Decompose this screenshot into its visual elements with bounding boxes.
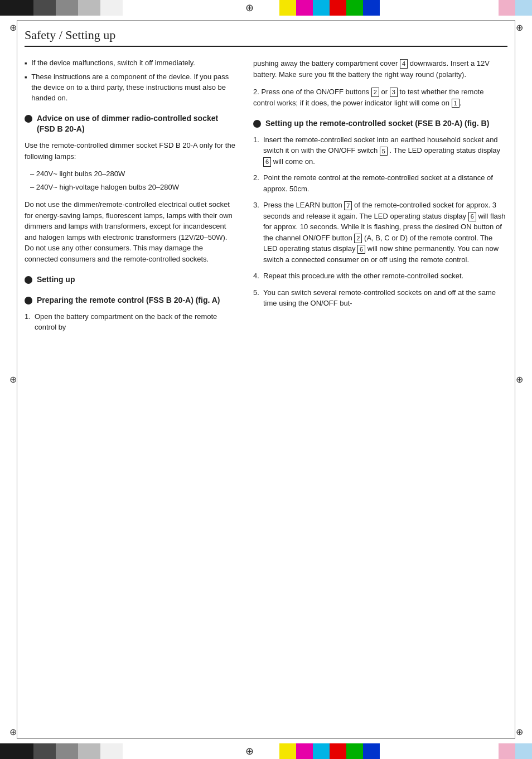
prep-steps-left: 1. Open the battery compartment on the b… <box>25 311 236 333</box>
box-6c: 6 <box>357 245 365 254</box>
dimmer-intro: Use the remote-controlled dimmer socket … <box>25 140 236 162</box>
box-7: 7 <box>344 201 352 210</box>
fse-step-3: 3. Press the LEARN button 7 of the remot… <box>253 200 507 265</box>
page-title: Safety / Setting up <box>25 28 507 47</box>
reg-mark-ml: ⊕ <box>7 374 19 386</box>
lamp-list: 240V~ light bulbs 20–280W 240V~ high-vol… <box>25 168 236 192</box>
fse-steps: 1. Insert the remote-controlled socket i… <box>253 134 507 309</box>
fse-step-2: 2. Point the remote control at the remot… <box>253 172 507 194</box>
dimmer-heading-text: Advice on use of dimmer radio-controlled… <box>37 113 236 134</box>
box-1: 1 <box>452 99 460 108</box>
preparing-heading-text: Preparing the remote control (FSS B 20-A… <box>37 295 220 306</box>
fse-step-5: 5. You can switch several remote-control… <box>253 287 507 309</box>
box-2: 2 <box>371 88 379 96</box>
list-item: If the device malfunctions, switch it of… <box>25 58 236 69</box>
box-4: 4 <box>400 59 408 68</box>
setting-up-heading: Setting up <box>25 274 236 285</box>
reg-mark-br: ⊕ <box>513 726 525 738</box>
fse-step-4: 4. Repeat this procedure with the other … <box>253 270 507 282</box>
list-item: 240V~ high-voltage halogen bulbs 20–280W <box>30 182 236 193</box>
list-item: These instructions are a component of th… <box>25 72 236 104</box>
main-content: Safety / Setting up If the device malfun… <box>25 28 507 731</box>
section-bullet <box>253 120 261 128</box>
section-bullet <box>25 297 32 304</box>
list-item: 1. Open the battery compartment on the b… <box>25 311 236 333</box>
list-item: 240V~ light bulbs 20–280W <box>30 168 236 180</box>
setting-up-heading-text: Setting up <box>37 274 75 285</box>
box-6: 6 <box>263 157 271 166</box>
step2-text: 2. Press one of the ON/OFF buttons 2 or … <box>253 86 507 108</box>
box-3: 3 <box>390 88 398 96</box>
box-2b: 2 <box>354 234 362 243</box>
right-column: pushing away the battery compartment cov… <box>253 58 507 339</box>
color-bar-bottom: ⊕ <box>0 743 532 759</box>
reg-mark-mr: ⊕ <box>513 374 525 386</box>
fse-heading-text: Setting up the remote-controlled socket … <box>265 118 489 129</box>
intro-bullet-list: If the device malfunctions, switch it of… <box>25 58 236 103</box>
color-bar-top: ⊕ <box>0 0 532 16</box>
reg-mark-tr: ⊕ <box>513 21 525 33</box>
two-column-layout: If the device malfunctions, switch it of… <box>25 58 507 339</box>
box-6b: 6 <box>468 212 476 221</box>
section-bullet <box>25 115 32 123</box>
fse-step-1: 1. Insert the remote-controlled socket i… <box>253 134 507 167</box>
dimmer-warning: Do not use the dimmer/remote-controlled … <box>25 199 236 264</box>
preparing-heading: Preparing the remote control (FSS B 20-A… <box>25 295 236 306</box>
box-5: 5 <box>380 147 388 156</box>
step1-continuation: pushing away the battery compartment cov… <box>253 58 507 80</box>
dimmer-section-heading: Advice on use of dimmer radio-controlled… <box>25 113 236 134</box>
reg-mark-bl: ⊕ <box>7 726 19 738</box>
reg-mark-tl: ⊕ <box>7 21 19 33</box>
fse-section-heading: Setting up the remote-controlled socket … <box>253 118 507 129</box>
section-bullet <box>25 276 32 284</box>
left-column: If the device malfunctions, switch it of… <box>25 58 236 339</box>
